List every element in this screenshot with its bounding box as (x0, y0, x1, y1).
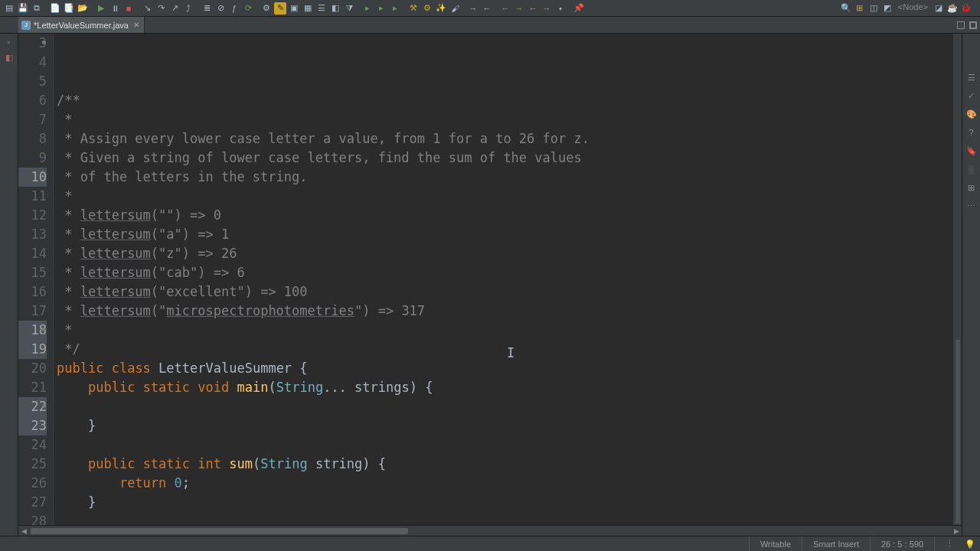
toggle-breakpoint-icon[interactable]: ≣ (201, 2, 213, 15)
debug-config-icon[interactable]: ⚙ (260, 2, 273, 15)
code-line[interactable]: * Assign every lower case letter a value… (57, 129, 952, 148)
scroll-right-icon[interactable]: ▶ (951, 527, 962, 535)
code-line[interactable]: } (57, 416, 952, 435)
code-line[interactable]: public static int sum(String string) { (57, 455, 952, 474)
new-file-icon[interactable]: 📄 (49, 2, 61, 15)
status-cursor-position: 26 : 5 : 590 (870, 536, 934, 551)
code-line[interactable]: * lettersum("") => 0 (57, 206, 952, 225)
brush-icon[interactable]: 🖌 (449, 2, 461, 15)
structure-icon[interactable]: ⊞ (966, 182, 977, 193)
task-list-icon[interactable]: ✓ (966, 90, 977, 101)
perspective-java-icon[interactable]: ☕ (946, 2, 959, 15)
code-line[interactable] (57, 435, 952, 455)
step-over-icon[interactable]: ↷ (155, 2, 167, 15)
wand-icon[interactable]: ✨ (435, 2, 447, 15)
perspective-open-icon[interactable]: ⊞ (854, 2, 866, 15)
nav-up-icon[interactable]: ← (527, 2, 539, 15)
refresh-icon[interactable]: ⟳ (242, 2, 254, 15)
skip-breakpoints-icon[interactable]: ⊘ (214, 2, 227, 15)
main-toolbar: ▤ 💾 ⧉ 📄 📑 📂 ▶ ⏸ ■ ↘ ↷ ↗ ⤴ ≣ ⊘ ƒ ⟳ ⚙ ✎ ▣ … (0, 0, 980, 17)
filter-icon[interactable]: ⧩ (343, 2, 355, 15)
code-line[interactable]: } (57, 493, 952, 512)
code-line[interactable]: * of the letters in the string. (57, 168, 952, 187)
node-label: <Node> (895, 2, 931, 15)
open-icon[interactable]: 📂 (77, 2, 89, 15)
code-line[interactable]: * lettersum("microspectrophotometries") … (57, 302, 952, 321)
module-icon[interactable]: ▦ (302, 2, 314, 15)
editor[interactable]: 3456789101112131415161718192021222324252… (18, 34, 962, 536)
coverage-icon[interactable]: ▸ (389, 2, 401, 15)
code-line[interactable]: * lettersum("z") => 26 (57, 244, 952, 263)
code-line[interactable]: public static void main(String... string… (57, 378, 952, 397)
code-line[interactable]: public class LetterValueSummer { (57, 359, 952, 378)
file-tab[interactable]: J *LetterValueSummer.java ✕ (18, 17, 145, 33)
new-project-icon[interactable]: 📑 (63, 2, 75, 15)
status-writable[interactable]: Writable (749, 536, 802, 551)
step-out-icon[interactable]: ↗ (168, 2, 181, 15)
save-all-icon[interactable]: ⧉ (31, 2, 43, 15)
code-line[interactable] (57, 512, 952, 525)
code-line[interactable]: * Given a string of lower case letters, … (57, 148, 952, 168)
nav-back-icon[interactable]: ← (499, 2, 511, 15)
perspective-debug-icon[interactable]: 🐞 (960, 2, 972, 15)
class-icon[interactable]: ◧ (329, 2, 341, 15)
editor-tabs: J *LetterValueSummer.java ✕ (0, 17, 980, 34)
minimap-icon[interactable]: ░ (966, 164, 977, 174)
maximize-icon[interactable] (969, 21, 977, 29)
code-line[interactable]: /** (57, 91, 952, 110)
save-icon[interactable]: 💾 (17, 2, 29, 15)
search-back-icon[interactable]: ← (481, 2, 493, 15)
perspective-3-icon[interactable]: ◪ (933, 2, 945, 15)
outline-icon[interactable]: ☰ (315, 2, 328, 15)
code-area[interactable]: I /** * * Assign every lower case letter… (54, 34, 952, 525)
last-edit-icon[interactable]: • (554, 2, 567, 15)
line-number-gutter[interactable]: 3456789101112131415161718192021222324252… (18, 34, 54, 525)
overview-ruler[interactable] (952, 34, 962, 525)
nav-fwd-icon[interactable]: → (513, 2, 525, 15)
run-last-icon[interactable]: ▸ (361, 2, 374, 15)
run-icon[interactable]: ▶ (95, 2, 107, 15)
scroll-left-icon[interactable]: ◀ (18, 527, 29, 535)
nav-down-icon[interactable]: → (541, 2, 553, 15)
more-icon[interactable]: ⋯ (966, 201, 977, 211)
new-icon[interactable]: ▤ (3, 2, 15, 15)
text-cursor: I (507, 344, 514, 363)
pin-icon[interactable]: 📌 (573, 2, 585, 15)
code-line[interactable]: * lettersum("excellent") => 100 (57, 282, 952, 302)
code-line[interactable]: return 0; (57, 474, 952, 493)
code-line[interactable]: * lettersum("cab") => 6 (57, 263, 952, 282)
step-into-icon[interactable]: ↘ (141, 2, 153, 15)
marker-icon[interactable]: ✎ (274, 2, 286, 15)
expressions-icon[interactable]: ƒ (228, 2, 240, 15)
status-insert-mode[interactable]: Smart Insert (802, 536, 870, 551)
search-fwd-icon[interactable]: → (467, 2, 479, 15)
stop-icon[interactable]: ■ (122, 2, 135, 15)
help-icon[interactable]: ? (966, 127, 977, 138)
project-explorer-icon[interactable]: ◧ (4, 52, 15, 63)
restore-icon[interactable] (957, 21, 965, 29)
code-line[interactable]: * (57, 110, 952, 129)
build-icon[interactable]: ⚒ (407, 2, 420, 15)
bookmark-icon[interactable]: 🔖 (966, 145, 977, 156)
debug-last-icon[interactable]: ▸ (375, 2, 387, 15)
palette-icon[interactable]: 🎨 (966, 109, 977, 119)
right-tool-strip: ☰ ✓ 🎨 ? 🔖 ░ ⊞ ⋯ (962, 34, 980, 536)
code-line[interactable]: * (57, 187, 952, 206)
code-line[interactable]: * (57, 321, 952, 340)
minimize-view-icon[interactable]: ▫ (4, 37, 15, 47)
outline-view-icon[interactable]: ☰ (966, 72, 977, 83)
close-tab-icon[interactable]: ✕ (133, 21, 139, 29)
pause-icon[interactable]: ⏸ (109, 2, 121, 15)
build-all-icon[interactable]: ⚙ (421, 2, 433, 15)
package-icon[interactable]: ▣ (288, 2, 300, 15)
code-line[interactable] (57, 397, 952, 416)
code-line[interactable]: */ (57, 340, 952, 359)
perspective-2-icon[interactable]: ◩ (881, 2, 893, 15)
code-line[interactable]: * lettersum("a") => 1 (57, 225, 952, 244)
perspective-1-icon[interactable]: ◫ (867, 2, 880, 15)
step-return-icon[interactable]: ⤴ (182, 2, 194, 15)
scrollbar-thumb[interactable] (31, 528, 408, 534)
quick-search-icon[interactable]: 🔍 (840, 2, 852, 15)
horizontal-scrollbar[interactable]: ◀ ▶ (18, 525, 962, 536)
lightbulb-icon[interactable]: 💡 (965, 540, 974, 549)
